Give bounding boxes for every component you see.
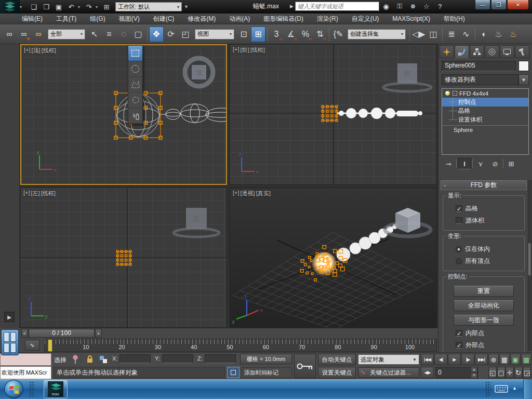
z-coordinate-field[interactable]: [205, 354, 236, 363]
bind-to-space-warp[interactable]: ∞: [31, 26, 46, 42]
viewport-perspective[interactable]: z x y [+] [透视] [真实]: [230, 188, 437, 328]
viewport-menu-shading[interactable]: [真实]: [256, 190, 271, 197]
tab-modify[interactable]: [455, 45, 469, 58]
tab-create[interactable]: [440, 45, 454, 58]
viewcube-ring[interactable]: [174, 229, 219, 237]
isolate-selection-icon[interactable]: [72, 355, 79, 364]
viewport-menu-general[interactable]: [+]: [233, 46, 240, 54]
modifier-enable-bulb-icon[interactable]: [445, 91, 450, 96]
menu-item-0[interactable]: 编辑(E): [22, 15, 43, 23]
viewport-top[interactable]: 顶: [20, 44, 227, 185]
maximize-viewport-toggle[interactable]: ◲: [523, 367, 531, 378]
left-panel-expand-button[interactable]: ▶: [4, 312, 15, 322]
material-editor[interactable]: ◐: [477, 26, 491, 42]
viewport-menu-general[interactable]: [+]: [23, 190, 30, 197]
menu-item-2[interactable]: 组(G): [90, 15, 105, 23]
select-and-link[interactable]: ∞: [2, 26, 17, 42]
tab-hierarchy[interactable]: [470, 45, 484, 58]
search-expand-icon[interactable]: ▶: [290, 4, 294, 9]
zoom-extents-all-button[interactable]: ▩: [521, 354, 531, 365]
window-crossing-toggle[interactable]: ▢: [131, 26, 145, 42]
zoom-region-button[interactable]: ◱: [488, 367, 497, 378]
selection-lock-icon[interactable]: [86, 355, 94, 364]
named-selection-sets-dropdown[interactable]: 创建选择集▾: [348, 29, 406, 39]
key-icon[interactable]: ⚿: [393, 2, 406, 10]
stack-item-控制点[interactable]: 控制点: [442, 98, 528, 107]
viewport-left[interactable]: 左 z y [+] [左] [线框]: [20, 188, 227, 328]
zoom-extents-button[interactable]: ▣: [510, 354, 521, 365]
modifier-list-dropdown[interactable]: 修改器列表 ▼: [442, 74, 529, 85]
next-frame-arrow[interactable]: >: [95, 329, 102, 338]
minimize-button[interactable]: —: [475, 0, 490, 10]
search-icon[interactable]: ◉: [379, 3, 393, 10]
menu-item-5[interactable]: 修改器(M): [188, 15, 216, 23]
set-key-button[interactable]: 设置关键点: [318, 367, 356, 378]
reference-coordinate-system-dropdown[interactable]: 视图▾: [195, 29, 234, 39]
mirror[interactable]: ◁▶: [411, 26, 426, 42]
open-mini-curve-editor-button[interactable]: ∿: [25, 340, 39, 351]
menu-item-4[interactable]: 创建(C): [153, 15, 175, 23]
menu-item-3[interactable]: 视图(V): [119, 15, 140, 23]
viewport-layout-tabs-button[interactable]: [1, 329, 19, 355]
taskbar-3dsmax-button[interactable]: max: [44, 380, 68, 398]
remove-modifier-button[interactable]: ⊘: [488, 158, 502, 169]
chevron-down-icon[interactable]: ▾: [96, 5, 100, 9]
circular-region-button[interactable]: [128, 61, 142, 77]
menu-item-10[interactable]: MAXScript(X): [392, 15, 430, 22]
only-in-volume-radio[interactable]: [456, 246, 462, 252]
object-name-field[interactable]: Sphere005: [442, 61, 516, 71]
new-file-icon[interactable]: ❏: [28, 2, 39, 12]
go-to-end-button[interactable]: ▶▶|: [475, 354, 488, 365]
menu-item-7[interactable]: 图形编辑器(D): [263, 15, 303, 23]
maxscript-listener-output[interactable]: 欢迎使用 MAXScr: [0, 366, 51, 379]
all-vertices-radio[interactable]: [456, 258, 462, 264]
undo-icon[interactable]: ↶: [65, 2, 77, 12]
animate-all-button[interactable]: 全部动画化: [454, 300, 514, 311]
curve-editor[interactable]: ∿: [459, 26, 473, 42]
rollout-header[interactable]: - FFD 参数: [441, 180, 527, 190]
viewport-menu-shading[interactable]: [线框]: [41, 190, 56, 197]
add-time-tag-button[interactable]: 添加时间标记: [242, 367, 292, 378]
stack-item-晶格[interactable]: 晶格: [442, 107, 528, 115]
viewport-menu-pov[interactable]: [顶]: [32, 47, 41, 55]
conform-to-shape-button[interactable]: 与图形一致: [454, 315, 514, 326]
outside-points-checkbox[interactable]: ✓: [456, 342, 462, 349]
use-pivot-point-center[interactable]: ⊡: [236, 26, 251, 42]
key-selection-dropdown[interactable]: 选定对象 ▼: [358, 354, 419, 365]
collapse-expand-icon[interactable]: −: [453, 91, 457, 96]
render-setup[interactable]: ♨: [491, 26, 506, 42]
application-menu-button[interactable]: [0, 0, 20, 14]
fence-region-button[interactable]: [128, 77, 142, 92]
configure-modifier-sets-button[interactable]: ⊞: [504, 158, 518, 169]
close-button[interactable]: ✕: [507, 0, 529, 10]
auto-key-button[interactable]: 自动关键点: [318, 354, 356, 365]
menu-item-8[interactable]: 渲染(R): [317, 15, 338, 23]
help-icon[interactable]: ?: [433, 3, 447, 10]
time-slider-handle[interactable]: 0 / 100: [29, 329, 95, 338]
viewport-menu-pov[interactable]: [透视]: [241, 190, 255, 197]
lasso-region-button[interactable]: [128, 92, 142, 108]
inside-points-checkbox[interactable]: ✓: [456, 330, 462, 337]
show-hidden-icons-button[interactable]: ▲: [512, 385, 517, 391]
lattice-checkbox[interactable]: ✓: [456, 205, 462, 212]
layer-manager[interactable]: ≣: [444, 26, 459, 42]
stack-item-设置体积[interactable]: 设置体积: [442, 115, 528, 124]
next-frame-button[interactable]: |▶: [461, 354, 474, 365]
rectangular-region-button[interactable]: [128, 46, 142, 61]
viewcube-ring[interactable]: [383, 83, 431, 91]
select-and-rotate[interactable]: ⟳: [164, 26, 178, 42]
key-filters-button[interactable]: ∿ 关键点过滤器...: [358, 367, 419, 378]
viewport-menu-general[interactable]: [+]: [24, 47, 31, 55]
search-input[interactable]: 键入关键字或短语: [295, 2, 379, 11]
pan-view-button[interactable]: ✛: [506, 367, 514, 378]
viewport-menu-general[interactable]: [+]: [233, 190, 240, 197]
workspace-icon[interactable]: ⊞: [101, 2, 112, 12]
menu-item-11[interactable]: 帮助(H): [444, 15, 465, 23]
stack-item-Sphere[interactable]: Sphere: [442, 125, 528, 134]
previous-frame-arrow[interactable]: <: [21, 329, 28, 338]
menu-item-9[interactable]: 自定义(U): [352, 15, 379, 23]
render-production[interactable]: ♨: [506, 26, 521, 42]
edit-named-selection-sets[interactable]: {✎: [331, 26, 345, 42]
frame-spinner[interactable]: ▲▼: [471, 367, 477, 378]
isolate-selection-toggle[interactable]: [227, 367, 240, 378]
